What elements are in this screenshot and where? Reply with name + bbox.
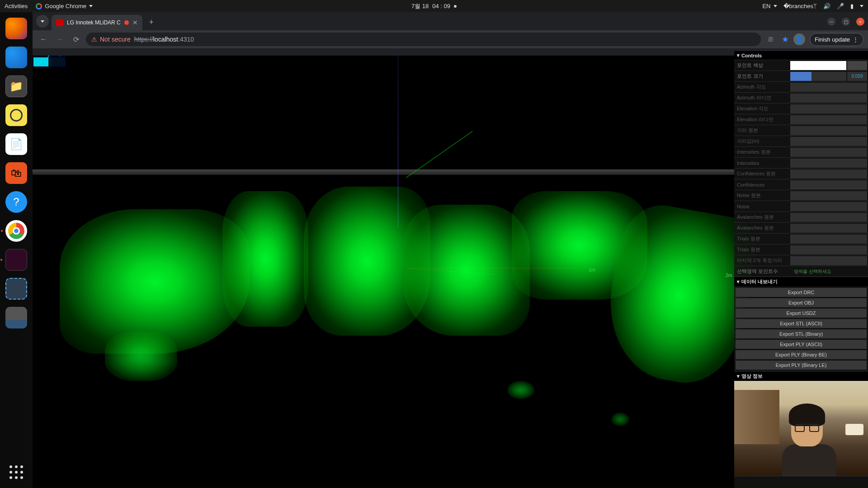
close-button[interactable]: ✕ xyxy=(856,18,864,26)
battery-icon[interactable]: ▮ xyxy=(850,3,854,9)
control-row: 마지막 2개 측정거리 xyxy=(734,255,868,266)
address-bar: ← → ⟳ ⚠ Not secure https://localhost:431… xyxy=(33,30,868,48)
text-input xyxy=(790,148,867,157)
control-label: Intensities 원본 xyxy=(734,149,790,155)
control-label: Elevation 각도 xyxy=(734,105,790,112)
export-button[interactable]: Export PLY (Binary LE) xyxy=(736,361,867,370)
controls-section-header[interactable]: ▾ Controls xyxy=(734,51,868,60)
chevron-down-icon xyxy=(774,5,777,7)
control-label: Avalanches 원본 xyxy=(734,214,790,221)
control-label: Azimuth 각도 xyxy=(734,84,790,90)
profile-button[interactable]: 👤 xyxy=(793,33,805,45)
chevron-down-icon xyxy=(41,20,44,23)
control-label: Noise xyxy=(734,204,790,209)
bookmark-icon[interactable]: ★ xyxy=(782,34,789,44)
ubuntu-software-icon[interactable]: 🛍 xyxy=(5,162,27,184)
control-label: 거리 원본 xyxy=(734,127,790,134)
chrome-dock-icon[interactable] xyxy=(5,220,27,242)
minimize-button[interactable]: ─ xyxy=(827,18,835,26)
export-button[interactable]: Export PLY (Binary BE) xyxy=(736,350,867,359)
control-row: 선택영역 포인트수영역을 선택하세요 xyxy=(734,266,868,277)
export-button[interactable]: Export USDZ xyxy=(736,309,867,318)
system-menu-icon[interactable] xyxy=(860,5,863,7)
export-button[interactable]: Export PLY (ASCII) xyxy=(736,340,867,349)
text-input xyxy=(790,83,867,92)
image-viewer-icon[interactable] xyxy=(5,307,27,328)
back-button[interactable]: ← xyxy=(37,33,50,46)
status-message: 영역을 선택하세요 xyxy=(790,268,868,275)
not-secure-label: Not secure xyxy=(100,36,131,43)
export-button[interactable]: Export OBJ xyxy=(736,298,867,307)
date-label: 7월 18 xyxy=(411,2,429,10)
thunderbird-icon[interactable] xyxy=(5,47,27,68)
export-button[interactable]: Export STL (ASCII) xyxy=(736,319,867,328)
text-input xyxy=(790,94,867,103)
reload-button[interactable]: ⟳ xyxy=(70,33,82,46)
url-input[interactable]: ⚠ Not secure https://localhost:4310 xyxy=(86,33,761,46)
text-input xyxy=(790,159,867,168)
terminal-icon[interactable] xyxy=(5,249,27,271)
control-label: 선택영역 포인트수 xyxy=(734,268,790,275)
app-menu[interactable]: Google Chrome xyxy=(36,3,93,9)
lang-indicator[interactable]: EN xyxy=(762,3,777,9)
screencast-icon[interactable]: ⎚ xyxy=(764,33,777,46)
control-row: Azimuth 각도 xyxy=(734,81,868,92)
control-label: Confidences xyxy=(734,182,790,188)
control-label: Trials 원본 xyxy=(734,235,790,242)
volume-icon[interactable]: 🔊 xyxy=(823,3,830,9)
text-input xyxy=(790,202,867,211)
url-host: localhost xyxy=(153,36,178,43)
libreoffice-icon[interactable]: 📄 xyxy=(5,133,27,155)
browser-tab[interactable]: LG Innotek MLiDAR C ✕ xyxy=(52,15,142,30)
controls-panel: ▾ Controls 포인트 색상포인트 크기0.059Azimuth 각도Az… xyxy=(734,51,868,488)
security-indicator[interactable]: ⚠ Not secure xyxy=(91,36,131,43)
url-port: :4310 xyxy=(178,36,194,43)
show-apps-button[interactable] xyxy=(9,465,23,479)
control-label: Intensities xyxy=(734,160,790,166)
control-row: Avalanches 원본 xyxy=(734,222,868,233)
control-row: Confidences 원본 xyxy=(734,168,868,179)
text-input xyxy=(790,245,867,254)
text-input xyxy=(790,224,867,233)
slider-input[interactable] xyxy=(790,72,846,81)
export-button[interactable]: Export STL (Binary) xyxy=(736,329,867,338)
warning-icon: ⚠ xyxy=(91,36,97,43)
point-cloud xyxy=(611,413,629,426)
slider-value[interactable]: 0.059 xyxy=(847,72,867,81)
tab-bar: LG Innotek MLiDAR C ✕ + xyxy=(33,12,868,30)
rhythmbox-icon[interactable] xyxy=(5,104,27,126)
time-label: 04 : 09 xyxy=(432,3,450,9)
text-input xyxy=(790,213,867,222)
text-input xyxy=(790,235,867,244)
maximize-button[interactable]: ▢ xyxy=(842,18,850,26)
forward-button[interactable]: → xyxy=(53,33,66,46)
export-button[interactable]: Export DRC xyxy=(736,288,867,297)
point-cloud xyxy=(507,381,534,399)
files-icon[interactable]: 📁 xyxy=(5,75,27,97)
recording-icon xyxy=(124,20,129,25)
horizon-grid xyxy=(33,169,734,175)
activities-button[interactable]: Activities xyxy=(5,3,28,9)
new-tab-button[interactable]: + xyxy=(145,16,158,28)
control-label: 포인트 색상 xyxy=(734,62,790,69)
favicon-icon xyxy=(56,19,63,26)
tab-search-button[interactable] xyxy=(36,15,49,28)
clock[interactable]: 7월 18 04 : 09 xyxy=(411,2,457,10)
finish-update-button[interactable]: Finish update ⋮ xyxy=(810,33,863,46)
tab-close-button[interactable]: ✕ xyxy=(132,19,138,26)
network-icon[interactable]: �branchesᛘ xyxy=(783,3,817,9)
color-swatch[interactable] xyxy=(790,61,846,70)
firefox-icon[interactable] xyxy=(5,18,27,39)
color-hex[interactable] xyxy=(847,61,867,70)
chrome-icon xyxy=(36,3,42,9)
export-section-header[interactable]: ▾ 데이터 내보내기 xyxy=(734,277,868,286)
video-title: 영상 정보 xyxy=(741,373,763,380)
screenshot-icon[interactable] xyxy=(5,278,27,300)
control-row: 포인트 크기0.059 xyxy=(734,70,868,81)
control-row: Intensities 원본 xyxy=(734,146,868,157)
help-icon[interactable]: ? xyxy=(5,191,27,213)
video-section-header[interactable]: ▾ 영상 정보 xyxy=(734,371,868,381)
mic-icon[interactable]: 🎤 xyxy=(837,3,844,9)
controls-title: Controls xyxy=(741,53,762,58)
text-input xyxy=(790,137,867,146)
